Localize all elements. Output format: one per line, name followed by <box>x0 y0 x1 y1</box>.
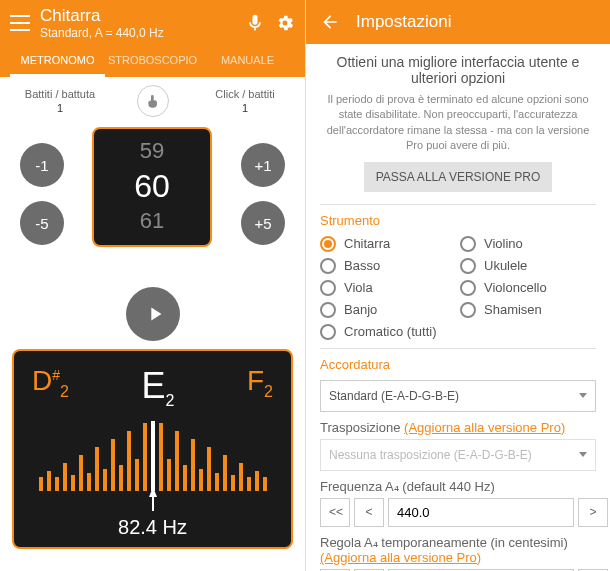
play-button[interactable] <box>126 287 180 341</box>
tuner-display: D#2 E2 F2 82.4 Hz <box>12 349 293 549</box>
freq-dec-fast[interactable]: << <box>320 498 350 527</box>
upgrade-link[interactable]: (Aggiorna alla versione Pro) <box>404 420 565 435</box>
tab-manuale[interactable]: MANUALE <box>200 46 295 77</box>
note-center: E2 <box>142 365 175 410</box>
tuning-subtitle: Standard, A = 440,0 Hz <box>40 26 235 40</box>
tuning-select[interactable]: Standard (E-A-D-G-B-E) <box>320 380 596 412</box>
tab-metronomo[interactable]: METRONOMO <box>10 46 105 77</box>
radio-chitarra[interactable]: Chitarra <box>320 236 456 252</box>
radio-icon <box>460 258 476 274</box>
gear-icon[interactable] <box>275 13 295 33</box>
note-right: F2 <box>247 365 273 401</box>
radio-icon <box>460 280 476 296</box>
radio-icon <box>320 258 336 274</box>
tempo-display[interactable]: 59 60 61 <box>92 127 212 247</box>
radio-ukulele[interactable]: Ukulele <box>460 258 596 274</box>
tempo-minus-5[interactable]: -5 <box>20 201 64 245</box>
tabs: METRONOMO STROBOSCOPIO MANUALE <box>10 46 295 77</box>
tempo-plus-5[interactable]: +5 <box>241 201 285 245</box>
promo-desc: Il periodo di prova è terminato ed alcun… <box>320 92 596 154</box>
radio-icon <box>460 302 476 318</box>
instrument-title: Chitarra <box>40 6 235 26</box>
radio-violino[interactable]: Violino <box>460 236 596 252</box>
transpose-select: Nessuna trasposizione (E-A-D-G-B-E) <box>320 439 596 471</box>
upgrade-link-2[interactable]: (Aggiorna alla versione Pro) <box>320 550 481 565</box>
radio-viola[interactable]: Viola <box>320 280 456 296</box>
instrument-radios: ChitarraViolinoBassoUkuleleViolaViolonce… <box>320 236 596 340</box>
tab-stroboscopio[interactable]: STROBOSCOPIO <box>105 46 200 77</box>
tempo-plus-1[interactable]: +1 <box>241 143 285 187</box>
chevron-down-icon <box>579 393 587 398</box>
cents-label: Regola A₄ temporaneamente (in centesimi)… <box>320 535 596 565</box>
radio-icon <box>320 302 336 318</box>
tap-tempo-button[interactable] <box>137 85 169 117</box>
radio-icon <box>320 236 336 252</box>
radio-icon <box>320 324 336 340</box>
needle-icon <box>143 487 163 515</box>
radio-icon <box>320 280 336 296</box>
section-instrument: Strumento <box>320 213 596 228</box>
freq-label: Frequenza A₄ (default 440 Hz) <box>320 479 596 494</box>
promo-title: Ottieni una migliore interfaccia utente … <box>320 54 596 86</box>
back-icon[interactable] <box>320 12 340 32</box>
settings-title: Impostazioni <box>356 12 451 32</box>
section-tuning: Accordatura <box>320 357 596 372</box>
radio-violoncello[interactable]: Violoncello <box>460 280 596 296</box>
note-left: D#2 <box>32 365 69 401</box>
transpose-label: Trasposizione (Aggiorna alla versione Pr… <box>320 420 596 435</box>
freq-dec[interactable]: < <box>354 498 384 527</box>
menu-icon[interactable] <box>10 15 30 31</box>
radio-shamisen[interactable]: Shamisen <box>460 302 596 318</box>
tuner-bars <box>14 421 291 491</box>
radio-banjo[interactable]: Banjo <box>320 302 456 318</box>
beats-per-bar[interactable]: Battiti / battuta 1 <box>20 88 100 114</box>
freq-inc[interactable]: > <box>578 498 608 527</box>
radio-cromaticotutti[interactable]: Cromatico (tutti) <box>320 324 456 340</box>
frequency-readout: 82.4 Hz <box>14 516 291 539</box>
tempo-minus-1[interactable]: -1 <box>20 143 64 187</box>
radio-icon <box>460 236 476 252</box>
mic-icon[interactable] <box>245 13 265 33</box>
radio-basso[interactable]: Basso <box>320 258 456 274</box>
app-title-block: Chitarra Standard, A = 440,0 Hz <box>40 6 235 40</box>
clicks-per-beat[interactable]: Click / battiti 1 <box>205 88 285 114</box>
chevron-down-icon <box>579 452 587 457</box>
freq-input[interactable] <box>388 498 574 527</box>
upgrade-pro-button[interactable]: PASSA ALLA VERSIONE PRO <box>364 162 553 192</box>
